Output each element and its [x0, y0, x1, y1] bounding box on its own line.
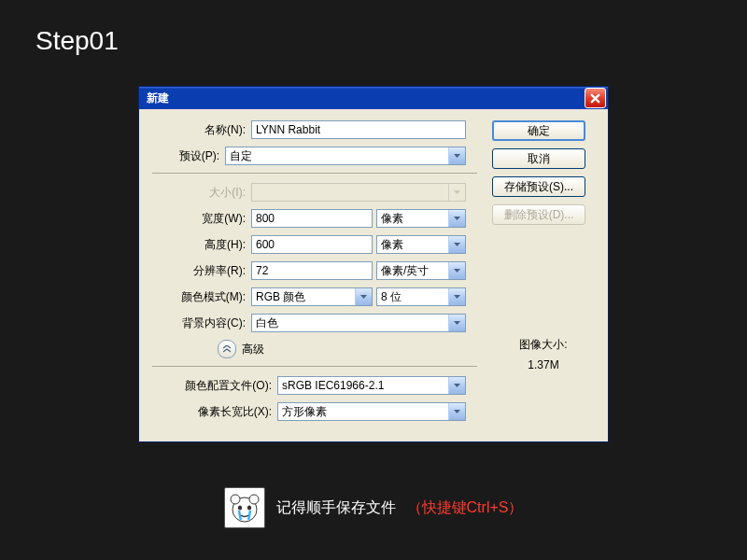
preset-select[interactable]: 自定 — [225, 147, 466, 165]
pixel-aspect-value: 方形像素 — [278, 404, 448, 420]
row-advanced-toggle: 高级 — [152, 340, 477, 358]
row-height: 高度(H): 像素 — [152, 235, 477, 254]
resolution-unit-select[interactable]: 像素/英寸 — [376, 261, 466, 280]
profile-value: sRGB IEC61966-2.1 — [278, 379, 448, 392]
button-column: 确定 取消 存储预设(S)... 删除预设(D)... 图像大小: 1.37M — [492, 120, 595, 428]
save-preset-button[interactable]: 存储预设(S)... — [492, 176, 585, 197]
footer: 记得顺手保存文件 （快捷键Ctrl+S） — [0, 487, 747, 528]
name-label: 名称(N): — [152, 122, 251, 138]
pixel-aspect-label: 像素长宽比(X): — [152, 404, 277, 420]
advanced-label: 高级 — [242, 342, 264, 357]
dialog-title: 新建 — [147, 91, 169, 106]
chevron-down-icon — [448, 184, 465, 201]
image-size-value: 1.37M — [492, 358, 595, 371]
svg-point-4 — [247, 505, 250, 510]
height-unit-value: 像素 — [377, 237, 448, 253]
chevron-down-icon — [448, 262, 465, 279]
bg-label: 背景内容(C): — [152, 315, 251, 331]
chevron-down-icon — [355, 288, 372, 305]
divider — [152, 173, 477, 174]
colormode-label: 颜色模式(M): — [152, 289, 251, 305]
chevron-down-icon — [448, 403, 465, 420]
row-width: 宽度(W): 像素 — [152, 209, 477, 228]
footer-hint: （快捷键Ctrl+S） — [407, 498, 524, 518]
ok-button[interactable]: 确定 — [492, 120, 585, 141]
bg-select[interactable]: 白色 — [251, 314, 466, 332]
colordepth-select[interactable]: 8 位 — [376, 287, 466, 306]
width-input[interactable] — [251, 209, 373, 228]
advanced-toggle-button[interactable] — [218, 340, 236, 358]
colormode-value: RGB 颜色 — [252, 289, 355, 305]
resolution-unit-value: 像素/英寸 — [377, 263, 448, 279]
close-button[interactable] — [585, 88, 606, 108]
chevron-down-icon — [448, 377, 465, 394]
chevron-down-icon — [448, 236, 465, 253]
double-chevron-up-icon — [223, 345, 231, 353]
width-label: 宽度(W): — [152, 211, 251, 227]
image-size-label: 图像大小: — [492, 337, 595, 353]
divider — [152, 366, 477, 367]
step-label: Step01 — [35, 26, 119, 56]
height-label: 高度(H): — [152, 237, 251, 253]
chevron-down-icon — [448, 315, 465, 331]
pixel-aspect-select[interactable]: 方形像素 — [277, 402, 466, 421]
image-size-box: 图像大小: 1.37M — [492, 337, 595, 371]
cancel-button[interactable]: 取消 — [492, 148, 585, 169]
new-document-dialog: 新建 名称(N): 预设(P): 自定 大小(I): — [138, 86, 609, 442]
resolution-input[interactable] — [251, 261, 373, 280]
size-label: 大小(I): — [152, 185, 251, 201]
svg-point-2 — [249, 495, 259, 504]
colormode-select[interactable]: RGB 颜色 — [251, 287, 373, 306]
titlebar: 新建 — [139, 87, 608, 109]
resolution-label: 分辨率(R): — [152, 263, 251, 279]
chevron-down-icon — [448, 288, 465, 305]
colordepth-value: 8 位 — [377, 289, 448, 305]
row-name: 名称(N): — [152, 120, 477, 139]
dialog-body: 名称(N): 预设(P): 自定 大小(I): 宽度(W): — [139, 109, 608, 441]
form-column: 名称(N): 预设(P): 自定 大小(I): 宽度(W): — [152, 120, 477, 428]
chevron-down-icon — [448, 210, 465, 227]
width-unit-value: 像素 — [377, 211, 448, 227]
preset-value: 自定 — [226, 148, 448, 164]
row-pixel-aspect: 像素长宽比(X): 方形像素 — [152, 402, 477, 421]
row-resolution: 分辨率(R): 像素/英寸 — [152, 261, 477, 280]
crying-bear-icon — [224, 487, 265, 528]
height-input[interactable] — [251, 235, 373, 254]
width-unit-select[interactable]: 像素 — [376, 209, 466, 228]
preset-label: 预设(P): — [152, 148, 225, 164]
profile-label: 颜色配置文件(O): — [152, 378, 277, 394]
row-profile: 颜色配置文件(O): sRGB IEC61966-2.1 — [152, 376, 477, 395]
size-select — [251, 183, 466, 202]
row-colormode: 颜色模式(M): RGB 颜色 8 位 — [152, 287, 477, 306]
svg-point-1 — [231, 495, 240, 504]
name-input[interactable] — [251, 120, 466, 139]
bg-value: 白色 — [252, 315, 448, 331]
footer-text: 记得顺手保存文件 — [276, 498, 396, 518]
row-preset: 预设(P): 自定 — [152, 147, 477, 165]
chevron-down-icon — [448, 147, 465, 164]
delete-preset-button: 删除预设(D)... — [492, 204, 585, 225]
svg-point-3 — [237, 505, 241, 510]
profile-select[interactable]: sRGB IEC61966-2.1 — [277, 376, 466, 395]
row-size: 大小(I): — [152, 183, 477, 202]
row-bg: 背景内容(C): 白色 — [152, 314, 477, 332]
close-icon — [590, 93, 600, 104]
height-unit-select[interactable]: 像素 — [376, 235, 466, 254]
